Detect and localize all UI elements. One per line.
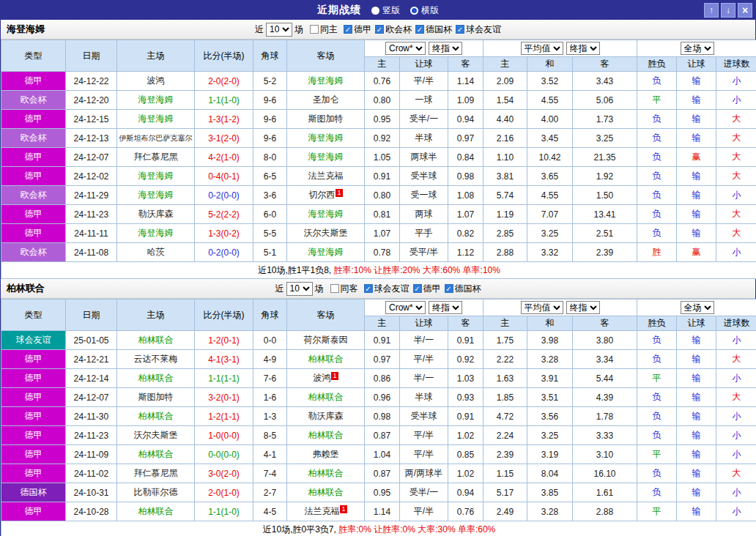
bookmaker-select[interactable]: Crow*: [385, 301, 426, 314]
team-name-text: 海登海姆: [308, 133, 344, 143]
league-filter-checkbox[interactable]: ✓德甲: [413, 283, 441, 295]
outcome-cell: 大: [716, 224, 756, 243]
away-team-cell: 柏林联合: [287, 388, 365, 407]
away-team-cell: 柏林联合: [287, 350, 365, 369]
outcome-cell: 输: [677, 350, 716, 369]
team-name: 柏林联合: [7, 282, 45, 295]
league-filters: ✓德甲✓欧会杯✓德国杯✓球会友谊: [340, 23, 501, 36]
match-row: 德甲24-11-02拜仁慕尼黑3-0(2-0)7-4柏林联合0.87两/两球半1…: [1, 464, 756, 483]
asian-odds-header: Crow*终指: [365, 299, 483, 316]
score-cell: 0-4(0-1): [195, 167, 253, 186]
team-name-text: 柏林联合: [308, 392, 344, 402]
away-team-cell: 斯图加特: [287, 110, 365, 129]
games-label: 场: [315, 283, 324, 295]
team-name: 海登海姆: [7, 23, 45, 36]
odds-cell: 0.91: [448, 331, 483, 350]
recent-count-select[interactable]: 10: [286, 282, 313, 296]
league-badge: 德甲: [1, 350, 66, 369]
full-match-select[interactable]: 全场: [681, 301, 714, 314]
full-match-select[interactable]: 全场: [681, 42, 714, 55]
final-odds-select[interactable]: 终指: [429, 42, 462, 55]
subcol-euro-away: 客: [573, 316, 637, 331]
move-down-button[interactable]: ↓: [721, 3, 735, 18]
final-odds-select[interactable]: 终指: [566, 42, 600, 55]
subcol-euro-draw: 和: [527, 57, 573, 72]
outcome-cell: 负: [637, 464, 677, 483]
score-cell: 2-0(2-0): [195, 72, 253, 91]
average-odds-select[interactable]: 平均值: [521, 42, 563, 55]
odds-cell: 13.41: [573, 205, 637, 224]
league-filter-checkbox[interactable]: ✓德国杯: [445, 283, 481, 295]
close-button[interactable]: ×: [738, 3, 752, 18]
odds-cell: 3.28: [527, 350, 573, 369]
match-date: 24-11-23: [66, 205, 117, 224]
match-row: 德甲24-12-07拜仁慕尼黑4-2(1-0)8-0海登海姆1.05两球半0.8…: [1, 148, 756, 167]
outcome-cell: 负: [637, 331, 677, 350]
outcome-cell: 大: [716, 129, 756, 148]
team-name-text: 沃尔夫斯堡: [134, 430, 178, 440]
odds-cell: 3.25: [573, 129, 637, 148]
bookmaker-select[interactable]: Crow*: [385, 42, 426, 55]
outcome-cell: 大: [716, 388, 756, 407]
league-filter-checkbox[interactable]: ✓球会友谊: [456, 23, 501, 36]
match-row: 欧会杯24-12-20海登海姆1-1(1-0)9-6圣加仑0.80一球1.091…: [1, 91, 756, 110]
outcome-cell: 小: [716, 483, 756, 502]
final-odds-select[interactable]: 终指: [429, 301, 462, 314]
team-name-text: 波鸿: [313, 373, 330, 383]
same-venue-checkbox[interactable]: 同主: [310, 23, 338, 36]
same-venue-label: 同客: [341, 283, 358, 295]
results-table: 类型 日期 主场 比分(半场) 角球 客场 Crow*终指 平均值终指 全场: [1, 299, 756, 536]
same-venue-checkbox[interactable]: 同客: [330, 283, 358, 295]
league-filter-checkbox[interactable]: ✓德国杯: [415, 23, 452, 36]
outcome-cell: 小: [716, 426, 756, 445]
move-up-button[interactable]: ↑: [704, 3, 719, 18]
outcome-cell: 小: [716, 243, 756, 262]
summary-rates: 胜率:10% 让胜率:20% 大率:60% 单率:10%: [331, 265, 500, 275]
match-date: 24-12-15: [66, 110, 117, 129]
match-row: 德甲24-11-11海登海姆1-3(0-2)5-5沃尔夫斯堡1.07平手0.82…: [1, 224, 756, 243]
outcome-cell: 平: [637, 502, 677, 521]
away-team-cell: 法兰克福: [287, 167, 365, 186]
horizontal-layout-radio[interactable]: 横版: [410, 4, 439, 17]
final-odds-select[interactable]: 终指: [566, 301, 600, 314]
odds-cell: 0.76: [448, 502, 483, 521]
outcome-cell: 输: [677, 483, 716, 502]
odds-cell: 8.04: [527, 464, 573, 483]
recent-count-select[interactable]: 10: [266, 23, 292, 37]
odds-cell: 半/一: [400, 369, 448, 388]
match-date: 24-11-08: [66, 243, 117, 262]
match-row: 德甲24-10-28柏林联合1-1(1-0)4-5法兰克福11.14平/半0.7…: [1, 502, 756, 521]
home-team-cell: 柏林联合: [117, 445, 195, 464]
team-name-text: 海登海姆: [138, 94, 174, 105]
outcome-cell: 小: [716, 502, 756, 521]
league-filter-checkbox[interactable]: ✓德甲: [344, 23, 371, 36]
team-name-text: 海登海姆: [308, 75, 344, 86]
titlebar: 近期战绩 竖版 横版 ↑ ↓ ×: [1, 1, 755, 20]
home-team-cell: 拜仁慕尼黑: [117, 148, 195, 167]
odds-cell: 2.51: [573, 224, 637, 243]
corners-cell: 1-3: [253, 407, 287, 426]
league-badge: 德甲: [1, 407, 66, 426]
league-filter-checkbox[interactable]: ✓球会友谊: [364, 283, 410, 295]
average-odds-select[interactable]: 平均值: [521, 301, 563, 314]
match-row: 欧会杯24-11-29海登海姆0-2(0-0)3-6切尔西10.80受一球1.0…: [1, 186, 756, 205]
vertical-layout-radio[interactable]: 竖版: [371, 4, 400, 17]
outcome-cell: 负: [637, 205, 677, 224]
odds-cell: 两/两球半: [400, 464, 448, 483]
league-badge: 德甲: [1, 110, 66, 129]
team-name-text: 伊斯坦布尔巴萨克塞尔: [119, 134, 193, 142]
outcome-cell: 负: [637, 426, 677, 445]
vertical-layout-label: 竖版: [382, 4, 400, 17]
league-filter-label: 德国杯: [455, 283, 481, 295]
checkbox-checked-icon: ✓: [364, 284, 373, 293]
team-name-text: 柏林联合: [138, 373, 174, 383]
away-team-cell: 海登海姆: [287, 205, 365, 224]
outcome-cell: 输: [677, 91, 716, 110]
league-badge: 德甲: [1, 167, 66, 186]
odds-cell: 3.45: [527, 129, 573, 148]
games-label: 场: [294, 23, 303, 36]
league-filter-checkbox[interactable]: ✓欧会杯: [375, 23, 412, 36]
match-row: 球会友谊25-01-05柏林联合1-2(0-1)0-0荷尔斯泰因0.91半/一0…: [1, 331, 756, 350]
match-date: 24-11-11: [66, 224, 117, 243]
horizontal-layout-label: 横版: [421, 4, 439, 17]
